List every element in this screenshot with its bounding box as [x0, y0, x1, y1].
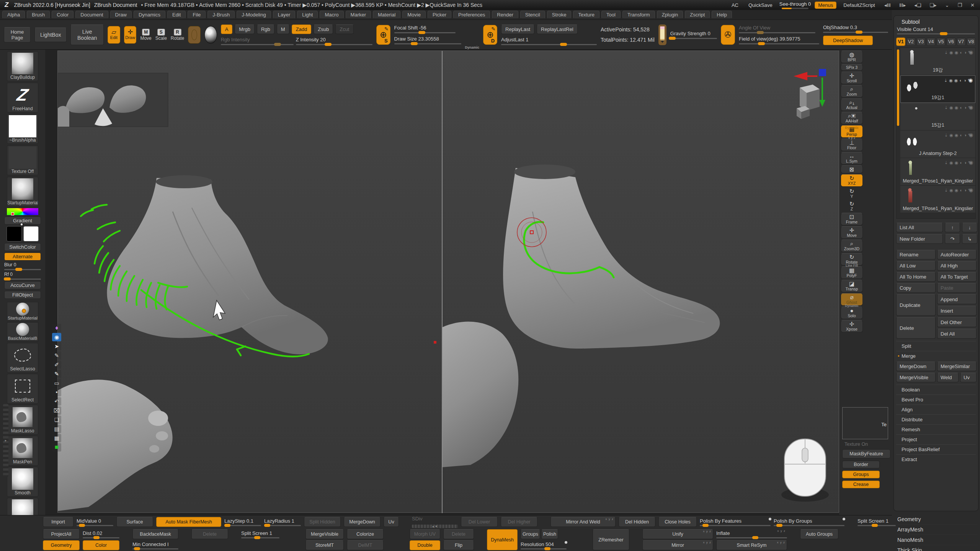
menu-item[interactable]: Layer: [273, 11, 296, 19]
menu-item[interactable]: Render: [492, 11, 518, 19]
duplicate-button[interactable]: Duplicate: [896, 294, 936, 316]
view-control-button[interactable]: ◍ BPR: [841, 51, 863, 63]
menu-item[interactable]: Picker: [428, 11, 451, 19]
camera-icon[interactable]: ✇: [721, 25, 735, 45]
move-down-button[interactable]: ↓: [962, 223, 977, 232]
dot-toggle-icon[interactable]: [565, 541, 567, 544]
slider-track[interactable]: [132, 548, 178, 549]
eye-icon[interactable]: ◉: [969, 49, 973, 55]
menu-item[interactable]: Material: [373, 11, 400, 19]
groups-button[interactable]: Groups: [842, 471, 880, 478]
menu-item[interactable]: Dynamics: [134, 11, 165, 19]
tray-control[interactable]: x y z Mirror And Weld: [550, 517, 616, 527]
tray-control[interactable]: Min Connected I: [132, 540, 178, 550]
default-zscript-button[interactable]: DefaultZScript: [840, 2, 878, 8]
lightbox-button[interactable]: LightBox: [34, 28, 67, 42]
annotation-tool-icon[interactable]: ⌧: [52, 406, 61, 415]
subtool-subsection[interactable]: Project: [896, 434, 976, 444]
minimize-button[interactable]: ⌄: [943, 2, 952, 8]
focal-shift-slider[interactable]: Focal Shift -56: [394, 25, 456, 33]
tray-control[interactable]: BackfaceMask: [132, 529, 178, 539]
alternate-button[interactable]: Alternate: [4, 253, 41, 261]
move-out-folder-button[interactable]: ↷: [945, 234, 960, 244]
brush-tile[interactable]: ~BrushAlpha: [7, 114, 38, 144]
view-control-button[interactable]: ◪ Transp: [841, 280, 863, 292]
eye-icon[interactable]: ◉: [969, 77, 973, 83]
tray-control[interactable]: LazyRadius 1: [264, 517, 301, 527]
zadd-button[interactable]: Zadd: [292, 24, 312, 34]
tray-control[interactable]: ProjectAll: [43, 529, 80, 539]
brush-tile[interactable]: FreeHand: [7, 83, 38, 112]
slider-track[interactable]: [77, 525, 113, 526]
view-control-button[interactable]: x y z ⊥ Floor: [841, 139, 863, 151]
resolution-slider[interactable]: Resolution 504: [521, 540, 567, 550]
crease-button[interactable]: Crease: [842, 481, 880, 488]
right-view-foot-model[interactable]: [503, 165, 720, 349]
inflate-slider[interactable]: x y z Inflate: [716, 529, 787, 539]
subtool-row[interactable]: ⇣◉◉◐◑✎ ◉ 19강: [900, 48, 975, 75]
dot-toggle-icon[interactable]: [843, 518, 845, 520]
color-selector-icon[interactable]: [11, 212, 14, 215]
tray-control[interactable]: SDiv ▲▼: [412, 517, 458, 527]
view-control-button[interactable]: ↻ XYZ: [841, 174, 863, 187]
subtool-action-button[interactable]: AutoReorder: [937, 250, 977, 259]
slider-track[interactable]: [241, 537, 279, 538]
version-tab[interactable]: V3: [916, 37, 926, 46]
view-control-button[interactable]: ⌕▣ AAHalf: [841, 112, 863, 124]
split-section[interactable]: Split: [896, 341, 976, 351]
annotation-tool-icon[interactable]: ➤: [52, 342, 61, 350]
ac-button[interactable]: AC: [728, 2, 742, 8]
subtool-row[interactable]: ⇣◉◉◐◑✎ ◉ 19강1: [900, 75, 975, 103]
subtool-row[interactable]: ⇣◉◉◐◑✎ ◉ Merged_TPose1_Ryan_Kingslier: [900, 186, 975, 213]
subtool-subsection[interactable]: Remesh: [896, 424, 976, 434]
annotation-tool-icon[interactable]: ✐: [52, 360, 61, 369]
texture-preview[interactable]: [188, 26, 201, 44]
mask-by-feature-button[interactable]: MaskByFeature: [842, 449, 890, 458]
menu-item[interactable]: Help: [712, 11, 732, 19]
smart-resym-button[interactable]: x y z Smart ReSym: [716, 540, 787, 550]
tray-control[interactable]: Colorize: [347, 529, 384, 539]
subtool-row[interactable]: ⇣◉◉◐◑✎ ◉ 15강1: [900, 103, 975, 130]
menu-item[interactable]: J-Modeling: [237, 11, 271, 19]
view-control-button[interactable]: ✢ Xpose: [841, 320, 863, 333]
brush-tile[interactable]: MaskPen: [7, 436, 38, 466]
del-all-button[interactable]: Del All: [937, 329, 977, 339]
document-canvas[interactable]: ♦ ◉ ➤ ✎ ✐ ✎ ▭ • ↶ ⌧ ❏ ▤ ▦ ■: [45, 50, 839, 515]
tray-control[interactable]: Flip: [443, 540, 474, 550]
tray-control[interactable]: Split Screen 1: [858, 517, 896, 527]
tray-control[interactable]: Split Hidden: [304, 517, 341, 527]
annotation-tool-icon[interactable]: ▤: [52, 425, 61, 433]
view-control-button[interactable]: ⊠: [841, 165, 863, 173]
view-control-button[interactable]: ↔ L.Sym: [841, 152, 863, 165]
dot-toggle-icon[interactable]: [769, 518, 771, 520]
view-control-button[interactable]: ⌕₁ Actual: [841, 98, 863, 111]
tray-control[interactable]: Double: [410, 540, 440, 550]
brush-tile[interactable]: SmoothValleys: [7, 498, 38, 515]
restore-button[interactable]: ❐: [955, 2, 964, 8]
delete-button[interactable]: Delete: [896, 317, 936, 339]
brush-tile[interactable]: SelectLasso: [7, 343, 38, 373]
menu-item[interactable]: Movie: [402, 11, 426, 19]
unify-button[interactable]: x y z Unify: [642, 529, 713, 539]
tray-control[interactable]: Delete: [443, 529, 474, 539]
xyz-axis-toggles[interactable]: x y z: [777, 541, 785, 544]
see-through-slider[interactable]: See-through 0: [779, 1, 811, 9]
sdiv-stepper[interactable]: ▲▼: [412, 525, 458, 528]
insert-button[interactable]: Insert: [937, 306, 977, 316]
menu-item[interactable]: Edit: [167, 11, 186, 19]
brush-tile[interactable]: Smooth: [7, 467, 38, 497]
sculpt-viewport[interactable]: [58, 51, 840, 513]
secondary-color-swatch[interactable]: [23, 226, 39, 241]
left-view-foot-model[interactable]: [107, 175, 328, 354]
gravity-strength-slider[interactable]: Gravity Strength 0: [670, 31, 717, 39]
tray-control[interactable]: Split Screen 1: [241, 529, 279, 539]
rgb-intensity-slider[interactable]: Rgb Intensity: [221, 37, 294, 45]
subtool-subsection[interactable]: Project BasRelief: [896, 444, 976, 454]
stroke-size-icon[interactable]: ⊕ ✎ S: [376, 25, 390, 45]
slider-track[interactable]: [774, 525, 844, 526]
zcut-button[interactable]: Zcut: [335, 24, 353, 34]
menu-item[interactable]: Brush: [27, 11, 50, 19]
tray-control[interactable]: MergeVisible: [305, 529, 344, 539]
axis-gizmo[interactable]: [794, 69, 826, 119]
annotation-tool-icon[interactable]: •: [52, 388, 61, 396]
